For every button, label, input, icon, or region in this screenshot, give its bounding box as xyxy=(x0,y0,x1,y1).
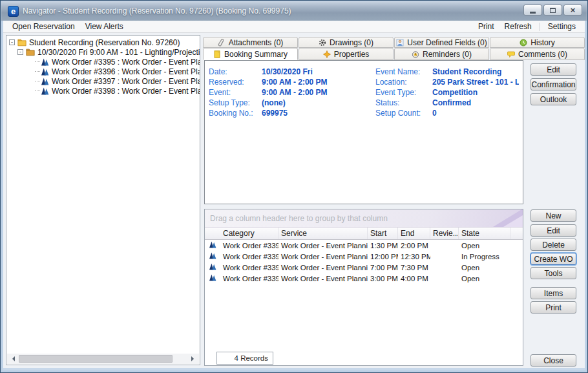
history-clock-icon xyxy=(520,39,527,47)
tab-drawings[interactable]: Drawings (0) xyxy=(299,37,394,48)
scroll-right-arrow-icon[interactable] xyxy=(189,354,199,364)
tree-connector xyxy=(35,71,40,72)
workorder-icon xyxy=(41,78,49,85)
paperclip-icon xyxy=(218,39,226,47)
table-row[interactable]: Work Order #3398 Work Order - Event Plan… xyxy=(205,273,523,284)
tab-label: Booking Summary xyxy=(224,50,288,59)
workorder-icon xyxy=(209,252,216,261)
column-header-reviewed[interactable]: Revie... xyxy=(430,228,459,239)
tab-row-bottom: Booking Summary Properties Reminders (0)… xyxy=(203,48,585,60)
close-button[interactable]: Close xyxy=(530,354,576,367)
tools-button[interactable]: Tools xyxy=(530,267,576,279)
workorder-icon xyxy=(209,263,216,272)
field-value: Competition xyxy=(432,87,478,98)
cell-state: Open xyxy=(459,264,510,272)
column-header-filler xyxy=(510,228,523,239)
cell-state: Open xyxy=(459,275,510,282)
tree-item-workorder[interactable]: Work Order #3395 : Work Order - Event Pl… xyxy=(6,57,200,67)
cell-service: Work Order - Event Planning xyxy=(278,264,368,272)
delete-button[interactable]: Delete xyxy=(530,239,576,251)
tab-label: Reminders (0) xyxy=(423,50,472,59)
workorder-grid: Drag a column header here to group by th… xyxy=(204,209,523,366)
create-wo-button[interactable]: Create WO xyxy=(530,253,576,265)
menu-print[interactable]: Print xyxy=(473,21,499,32)
collapse-icon[interactable]: - xyxy=(9,39,15,45)
menu-settings[interactable]: Settings xyxy=(543,21,581,32)
grid-header: Category Service Start End Revie... Stat… xyxy=(205,228,523,240)
title-bar[interactable]: e Navigator - Student Recording (Reserva… xyxy=(1,1,587,21)
close-window-button[interactable]: × xyxy=(563,5,582,16)
outlook-button[interactable]: Outlook xyxy=(530,93,576,105)
column-header-service[interactable]: Service xyxy=(278,228,368,239)
tab-label: Comments (0) xyxy=(518,50,567,59)
print-button[interactable]: Print xyxy=(530,301,576,314)
tree-item-workorder[interactable]: Work Order #3397 : Work Order - Event Pl… xyxy=(6,76,200,86)
cell-end: 12:30 PM xyxy=(398,253,430,261)
scroll-left-arrow-icon[interactable] xyxy=(7,354,17,364)
tree-item-workorder[interactable]: Work Order #3396 : Work Order - Event Pl… xyxy=(6,67,200,76)
table-row[interactable]: Work Order #3395 Work Order - Event Plan… xyxy=(205,240,523,251)
note-icon xyxy=(213,50,221,58)
field-label: Booking No.: xyxy=(209,108,262,118)
tab-label: User Defined Fields (0) xyxy=(407,38,487,47)
cell-service: Work Order - Event Planning xyxy=(278,275,368,282)
alarm-clock-icon xyxy=(412,50,419,58)
column-header-state[interactable]: State xyxy=(459,228,510,239)
cell-category: Work Order #3397 xyxy=(220,264,278,272)
tab-properties[interactable]: Properties xyxy=(299,48,394,60)
speech-bubble-icon xyxy=(507,50,515,58)
folder-icon xyxy=(17,38,26,47)
maximize-button[interactable] xyxy=(543,5,562,16)
edit-booking-button[interactable]: Edit xyxy=(530,63,576,76)
new-button[interactable]: New xyxy=(530,209,576,222)
items-button[interactable]: Items xyxy=(530,287,576,299)
cell-state: In Progress xyxy=(459,253,510,261)
tree-item-workorder[interactable]: Work Order #3398 : Work Order - Event Pl… xyxy=(6,86,200,96)
tab-label: Drawings (0) xyxy=(330,38,373,47)
field-value: 205 Park Street - 101 - Lighting/Project… xyxy=(432,77,519,87)
collapse-icon[interactable]: - xyxy=(17,49,23,55)
close-icon: × xyxy=(571,6,576,14)
group-by-bar[interactable]: Drag a column header here to group by th… xyxy=(205,209,523,228)
minimize-icon xyxy=(530,12,536,14)
column-header-category[interactable]: Category xyxy=(220,228,278,239)
edit-workorder-button[interactable]: Edit xyxy=(530,224,576,237)
menu-bar: Open Reservation View Alerts Print Refre… xyxy=(3,21,585,33)
tab-user-defined-fields[interactable]: User Defined Fields (0) xyxy=(394,37,489,48)
field-value: 10/30/2020 Fri xyxy=(262,67,313,77)
cell-category: Work Order #3395 xyxy=(220,242,278,250)
field-value: 9:00 AM - 2:00 PM xyxy=(262,77,328,87)
horizontal-scrollbar[interactable] xyxy=(7,354,199,364)
booking-summary-panel: Date:10/30/2020 Fri Reserved:9:00 AM - 2… xyxy=(204,60,523,204)
field-label: Setup Count: xyxy=(375,108,432,118)
field-label: Reserved: xyxy=(209,77,262,87)
scrollbar-thumb[interactable] xyxy=(19,355,173,363)
column-header-icon[interactable] xyxy=(205,228,220,239)
column-header-start[interactable]: Start xyxy=(368,228,398,239)
tree-item-reservation[interactable]: - Student Recording (Reservation No. 972… xyxy=(6,37,200,47)
field-value: Student Recording xyxy=(432,67,501,77)
column-header-end[interactable]: End xyxy=(398,228,430,239)
tab-reminders[interactable]: Reminders (0) xyxy=(394,48,489,60)
tree-item-booking[interactable]: - 10/30/2020 Fri 9:00 AM - 101 - Lightin… xyxy=(6,47,200,57)
tab-booking-summary[interactable]: Booking Summary xyxy=(203,48,298,60)
minimize-button[interactable] xyxy=(523,5,542,16)
table-row[interactable]: Work Order #3396 Work Order - Event Plan… xyxy=(205,251,523,262)
navigator-window: e Navigator - Student Recording (Reserva… xyxy=(0,0,588,373)
tab-comments[interactable]: Comments (0) xyxy=(490,48,585,60)
cell-category: Work Order #3398 xyxy=(220,275,278,282)
table-row[interactable]: Work Order #3397 Work Order - Event Plan… xyxy=(205,262,523,273)
field-label: Date: xyxy=(209,67,262,77)
record-count: 4 Records xyxy=(216,352,273,365)
tab-attachments[interactable]: Attachments (0) xyxy=(203,37,298,48)
menu-open-reservation[interactable]: Open Reservation xyxy=(7,21,80,32)
cell-start: 3:00 PM xyxy=(368,275,398,282)
confirmation-button[interactable]: Confirmation xyxy=(530,78,576,91)
tree-item-label: Work Order #3397 : Work Order - Event Pl… xyxy=(52,77,200,86)
menu-view-alerts[interactable]: View Alerts xyxy=(80,21,129,32)
menu-refresh[interactable]: Refresh xyxy=(499,21,537,32)
tab-history[interactable]: History xyxy=(490,37,585,48)
client-area: - Student Recording (Reservation No. 972… xyxy=(3,33,585,368)
tab-row-top: Attachments (0) Drawings (0) User Define… xyxy=(203,37,585,48)
tab-label: Attachments (0) xyxy=(229,38,284,47)
